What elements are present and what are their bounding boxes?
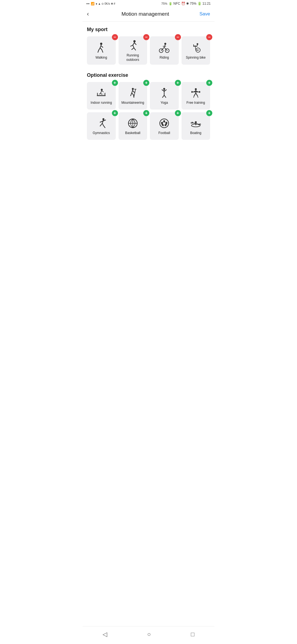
add-badge-mountaineering[interactable]: + bbox=[143, 80, 149, 86]
sport-item-basketball[interactable]: + Basketball bbox=[119, 112, 147, 140]
add-badge-football[interactable]: + bbox=[175, 110, 181, 116]
remove-badge-riding[interactable]: − bbox=[175, 34, 181, 40]
my-sport-title: My sport bbox=[87, 27, 210, 32]
svg-line-34 bbox=[102, 91, 103, 92]
football-icon bbox=[158, 117, 170, 129]
svg-line-12 bbox=[132, 48, 134, 50]
sport-item-mountaineering[interactable]: + Mountaineering bbox=[119, 82, 147, 110]
svg-line-21 bbox=[195, 47, 196, 50]
svg-line-4 bbox=[102, 50, 103, 52]
battery-text: 75% bbox=[161, 2, 167, 5]
svg-marker-73 bbox=[165, 122, 167, 124]
riding-icon bbox=[158, 42, 170, 54]
gymnastics-icon bbox=[95, 117, 107, 129]
sport-item-football[interactable]: + Football bbox=[150, 112, 179, 140]
sport-label-spinning-bike: Spinning bike bbox=[186, 56, 206, 60]
sport-item-riding[interactable]: − Riding bbox=[150, 36, 179, 65]
svg-line-9 bbox=[131, 45, 133, 46]
status-left: ▪▪▪ 📶 ● ▲ ⊙ 0K/s ❋ # bbox=[86, 2, 115, 6]
svg-line-62 bbox=[100, 123, 102, 126]
remove-badge-spinning[interactable]: − bbox=[206, 34, 212, 40]
svg-line-45 bbox=[163, 95, 164, 97]
svg-line-64 bbox=[103, 125, 105, 128]
save-button[interactable]: Save bbox=[199, 11, 210, 17]
nav-home-button[interactable]: ○ bbox=[142, 630, 156, 639]
page-title: Motion management bbox=[122, 11, 169, 17]
sport-item-spinning-bike[interactable]: − Spinning bike bbox=[182, 36, 210, 65]
walking-icon bbox=[95, 42, 107, 54]
data-speed: ● ▲ ⊙ 0K/s ❋ # bbox=[96, 2, 115, 5]
nav-back-button[interactable]: ◁ bbox=[97, 630, 113, 639]
svg-line-46 bbox=[164, 95, 166, 97]
free-training-icon bbox=[190, 87, 202, 99]
sport-label-boating: Boating bbox=[190, 131, 201, 135]
svg-line-58 bbox=[194, 96, 194, 97]
remove-badge-walking[interactable]: − bbox=[112, 34, 118, 40]
sport-label-mountaineering: Mountaineering bbox=[121, 101, 144, 105]
svg-line-61 bbox=[102, 120, 103, 123]
svg-line-3 bbox=[100, 48, 102, 50]
sport-item-yoga[interactable]: + Yoga bbox=[150, 82, 179, 110]
svg-line-36 bbox=[132, 90, 133, 93]
sport-item-running-outdoors[interactable]: − Running outdoors bbox=[119, 36, 147, 65]
svg-line-59 bbox=[197, 96, 198, 97]
sport-label-running-outdoors: Running outdoors bbox=[120, 53, 146, 62]
add-badge-gymnastics[interactable]: + bbox=[112, 110, 118, 116]
optional-exercise-title: Optional exercise bbox=[87, 72, 210, 78]
spinning-bike-icon bbox=[190, 42, 202, 54]
indoor-running-icon bbox=[95, 87, 107, 99]
optional-exercise-grid: + Indoor running + bbox=[87, 82, 210, 140]
header: ‹ Motion management Save bbox=[82, 7, 215, 22]
yoga-icon bbox=[158, 87, 170, 99]
add-badge-yoga[interactable]: + bbox=[175, 80, 181, 86]
my-sport-grid: − Walking − bbox=[87, 36, 210, 65]
svg-line-1 bbox=[100, 45, 101, 48]
svg-marker-74 bbox=[161, 124, 164, 126]
svg-line-5 bbox=[98, 50, 99, 52]
sport-item-gymnastics[interactable]: + Gymnastics bbox=[87, 112, 116, 140]
battery-icon: 🔋 bbox=[169, 2, 172, 6]
remove-badge-running[interactable]: − bbox=[143, 34, 149, 40]
svg-line-11 bbox=[134, 48, 136, 50]
add-badge-free-training[interactable]: + bbox=[206, 80, 212, 86]
svg-line-56 bbox=[194, 93, 196, 96]
svg-marker-71 bbox=[163, 120, 165, 122]
sport-item-free-training[interactable]: + Free tr bbox=[182, 82, 210, 110]
add-badge-boating[interactable]: + bbox=[206, 110, 212, 116]
svg-rect-26 bbox=[97, 95, 106, 96]
svg-line-25 bbox=[197, 45, 197, 47]
svg-marker-72 bbox=[161, 122, 163, 124]
signal-icons: ▪▪▪ bbox=[86, 2, 90, 5]
svg-line-6 bbox=[101, 46, 103, 47]
running-icon bbox=[127, 40, 139, 52]
mountaineering-icon bbox=[127, 87, 139, 99]
sport-item-indoor-running[interactable]: + Indoor running bbox=[87, 82, 116, 110]
sport-item-boating[interactable]: + Boating bbox=[182, 112, 210, 140]
svg-marker-75 bbox=[164, 124, 167, 126]
status-bar: ▪▪▪ 📶 ● ▲ ⊙ 0K/s ❋ # 75% 🔋 NFC ⏰ ✱ 75% 🔋… bbox=[82, 0, 215, 7]
sport-label-gymnastics: Gymnastics bbox=[93, 131, 110, 135]
svg-line-13 bbox=[134, 43, 136, 45]
sport-label-football: Football bbox=[158, 131, 170, 135]
sport-label-free-training: Free training bbox=[186, 101, 205, 105]
add-badge-basketball[interactable]: + bbox=[143, 110, 149, 116]
bottom-nav: ◁ ○ □ bbox=[82, 626, 215, 644]
back-button[interactable]: ‹ bbox=[87, 9, 91, 19]
svg-rect-52 bbox=[199, 91, 200, 93]
main-content: My sport − Walking − bbox=[82, 22, 215, 152]
svg-rect-51 bbox=[191, 91, 193, 93]
time: NFC ⏰ ✱ 75% 🔋 11:21 bbox=[174, 2, 211, 6]
sport-label-indoor-running: Indoor running bbox=[91, 101, 112, 105]
basketball-icon bbox=[127, 117, 139, 129]
svg-line-2 bbox=[99, 48, 100, 50]
nav-recent-button[interactable]: □ bbox=[185, 630, 200, 639]
sport-item-walking[interactable]: − Walking bbox=[87, 36, 116, 65]
svg-line-10 bbox=[133, 45, 134, 48]
boating-icon bbox=[190, 117, 202, 129]
sport-label-basketball: Basketball bbox=[125, 131, 140, 135]
svg-line-63 bbox=[102, 123, 103, 125]
add-badge-indoor-running[interactable]: + bbox=[112, 80, 118, 86]
svg-line-57 bbox=[196, 93, 197, 96]
svg-line-41 bbox=[134, 89, 136, 97]
sport-label-yoga: Yoga bbox=[161, 101, 168, 105]
